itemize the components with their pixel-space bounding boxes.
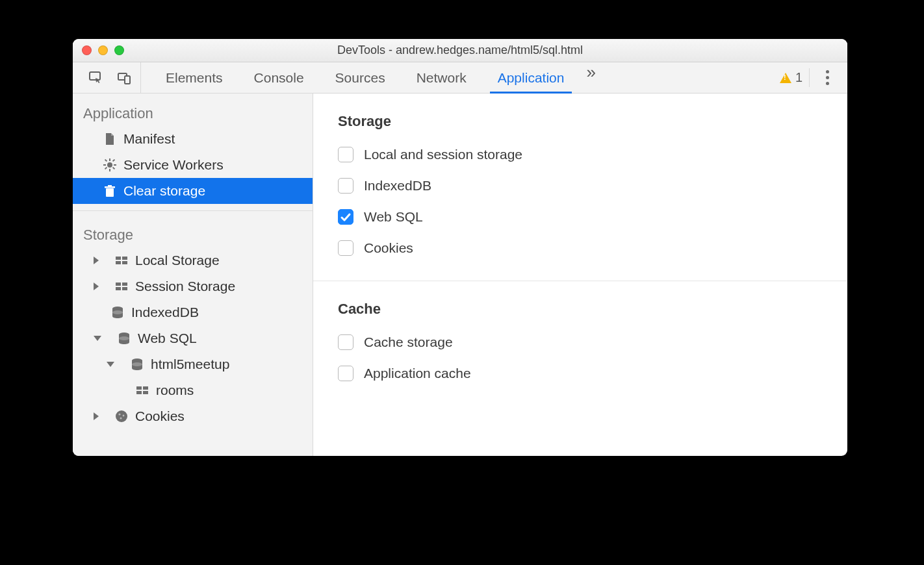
sidebar-item-clear-storage[interactable]: Clear storage <box>73 178 313 204</box>
sidebar-item-label: Local Storage <box>135 253 220 268</box>
grid-icon <box>135 383 149 397</box>
checkbox-row-cookies[interactable]: Cookies <box>313 232 847 264</box>
tab-sources[interactable]: Sources <box>320 62 401 93</box>
checkbox[interactable] <box>338 178 353 194</box>
checkbox-label: IndexedDB <box>364 178 431 194</box>
sidebar-item-label: Session Storage <box>135 279 235 294</box>
checkbox-label: Cookies <box>364 240 413 256</box>
toggle-device-toolbar-button[interactable] <box>114 68 134 88</box>
warning-count: 1 <box>795 70 802 85</box>
tab-application[interactable]: Application <box>482 62 580 93</box>
checkbox[interactable] <box>338 366 353 381</box>
sidebar-item-label: Service Workers <box>123 157 224 173</box>
tab-label: Elements <box>166 70 223 86</box>
sidebar-item-label: Cookies <box>135 408 185 424</box>
checkbox-label: Web SQL <box>364 209 423 225</box>
more-tabs-button[interactable] <box>580 62 598 93</box>
checkbox-label: Cache storage <box>364 334 453 350</box>
database-icon <box>110 305 125 320</box>
tab-label: Network <box>417 70 467 86</box>
tab-label: Console <box>254 70 304 86</box>
grid-icon <box>114 279 129 294</box>
chevron-right-icon <box>94 257 99 264</box>
chevron-right-icon <box>94 412 99 420</box>
checkbox[interactable] <box>338 240 353 256</box>
file-icon <box>103 132 117 146</box>
section-title: Storage <box>313 113 847 139</box>
settings-menu-button[interactable] <box>819 70 836 85</box>
tab-label: Sources <box>335 70 385 86</box>
sidebar-item-label: rooms <box>156 383 194 398</box>
sidebar-item-manifest[interactable]: Manifest <box>73 126 313 152</box>
gear-icon <box>103 158 117 172</box>
window-title: DevTools - andrew.hedges.name/html5/sql.… <box>73 44 847 57</box>
application-sidebar: Application Manifest Service Workers Cle… <box>73 94 313 456</box>
checkbox-label: Application cache <box>364 366 471 381</box>
window-controls <box>82 45 124 55</box>
checkbox[interactable] <box>338 209 353 225</box>
chevron-down-icon <box>107 362 114 367</box>
grid-icon <box>114 253 129 268</box>
devtools-tabbar: Elements Console Sources Network Applica… <box>73 62 847 94</box>
database-icon <box>130 357 144 371</box>
checkbox-row-indexeddb[interactable]: IndexedDB <box>313 170 847 201</box>
sidebar-section-title: Storage <box>73 223 313 247</box>
sidebar-item-websql-db[interactable]: html5meetup <box>73 351 313 377</box>
chevron-right-icon <box>94 282 99 290</box>
tab-network[interactable]: Network <box>401 62 482 93</box>
sidebar-item-label: IndexedDB <box>131 305 199 320</box>
sidebar-item-label: html5meetup <box>151 357 229 372</box>
sidebar-item-cookies[interactable]: Cookies <box>73 403 313 429</box>
sidebar-item-service-workers[interactable]: Service Workers <box>73 152 313 178</box>
sidebar-item-label: Web SQL <box>138 331 197 346</box>
inspect-element-button[interactable] <box>86 68 105 88</box>
minimize-window-button[interactable] <box>98 45 108 55</box>
checkbox-row-cache-storage[interactable]: Cache storage <box>313 327 847 358</box>
tab-elements[interactable]: Elements <box>150 62 238 93</box>
sidebar-section-title: Application <box>73 101 313 126</box>
warnings-badge[interactable]: 1 <box>773 68 810 86</box>
warning-icon <box>780 73 791 83</box>
sidebar-item-session-storage[interactable]: Session Storage <box>73 273 313 299</box>
database-icon <box>117 331 131 345</box>
devtools-window: DevTools - andrew.hedges.name/html5/sql.… <box>73 39 847 456</box>
sidebar-divider <box>73 210 313 211</box>
sidebar-item-websql[interactable]: Web SQL <box>73 325 313 351</box>
titlebar: DevTools - andrew.hedges.name/html5/sql.… <box>73 39 847 62</box>
checkbox-label: Local and session storage <box>364 147 522 162</box>
tab-console[interactable]: Console <box>238 62 320 93</box>
cookie-icon <box>114 409 129 423</box>
checkbox[interactable] <box>338 147 353 162</box>
trash-icon <box>103 184 117 198</box>
close-window-button[interactable] <box>82 45 92 55</box>
clear-storage-panel: Storage Local and session storage Indexe… <box>313 94 847 456</box>
section-title: Cache <box>313 301 847 327</box>
sidebar-item-indexeddb[interactable]: IndexedDB <box>73 299 313 325</box>
panel-tabs: Elements Console Sources Network Applica… <box>141 62 598 93</box>
chevron-down-icon <box>94 336 101 341</box>
sidebar-item-local-storage[interactable]: Local Storage <box>73 247 313 273</box>
checkbox-row-application-cache[interactable]: Application cache <box>313 358 847 389</box>
sidebar-item-label: Manifest <box>123 131 175 147</box>
tab-label: Application <box>498 70 565 86</box>
checkbox-row-local-session[interactable]: Local and session storage <box>313 139 847 170</box>
checkbox-row-websql[interactable]: Web SQL <box>313 201 847 232</box>
sidebar-item-label: Clear storage <box>123 183 205 199</box>
checkbox[interactable] <box>338 334 353 350</box>
zoom-window-button[interactable] <box>114 45 124 55</box>
sidebar-item-websql-table[interactable]: rooms <box>73 377 313 403</box>
